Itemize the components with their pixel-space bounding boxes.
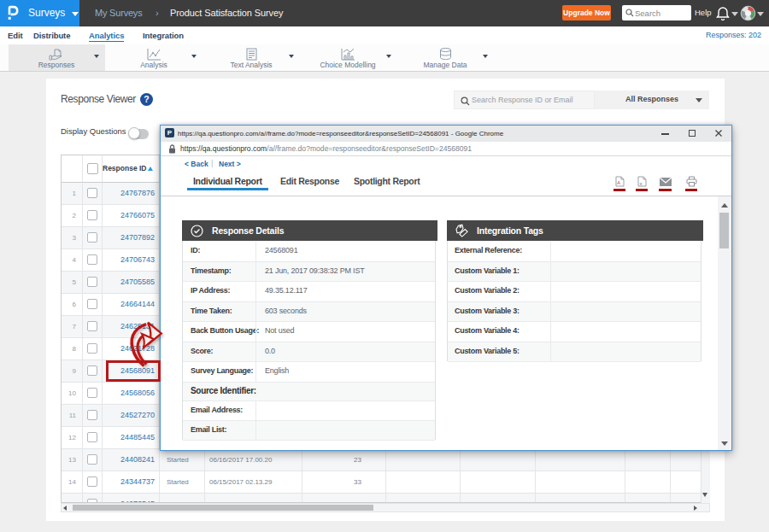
svg-text:A: A (617, 180, 620, 185)
svg-text:x: x (640, 181, 643, 186)
